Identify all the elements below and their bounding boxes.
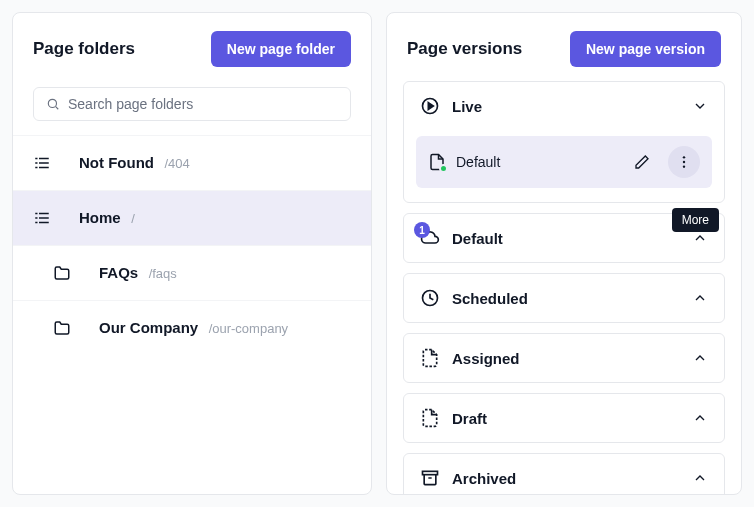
folder-path: /404 [164, 156, 189, 171]
search-icon [46, 97, 60, 111]
svg-point-16 [683, 156, 685, 158]
chevron-up-icon [692, 290, 708, 306]
folder-list: Not Found /404 Home / FAQs /faqs [13, 135, 371, 494]
document-icon [428, 153, 446, 171]
page-folders-panel: Page folders New page folder Not Found /… [12, 12, 372, 495]
section-label: Default [452, 230, 680, 247]
archive-icon [420, 468, 440, 488]
more-tooltip: More [672, 208, 719, 232]
document-dashed-icon [420, 348, 440, 368]
section-assigned-head[interactable]: Assigned [404, 334, 724, 382]
folder-label: Our Company [99, 319, 198, 336]
section-draft-head[interactable]: Draft [404, 394, 724, 442]
page-folders-title: Page folders [33, 39, 135, 59]
new-page-folder-button[interactable]: New page folder [211, 31, 351, 67]
section-live-head[interactable]: Live [404, 82, 724, 130]
search-input[interactable] [68, 96, 338, 112]
svg-rect-20 [423, 471, 438, 474]
chevron-up-icon [692, 350, 708, 366]
svg-rect-7 [39, 167, 49, 169]
svg-rect-11 [39, 217, 49, 219]
list-icon [33, 209, 51, 227]
svg-rect-10 [35, 217, 37, 219]
play-circle-icon [420, 96, 440, 116]
section-label: Assigned [452, 350, 680, 367]
svg-rect-13 [39, 222, 49, 224]
more-button[interactable] [668, 146, 700, 178]
section-label: Live [452, 98, 680, 115]
folder-row-faqs[interactable]: FAQs /faqs [13, 245, 371, 300]
page-versions-panel: Page versions New page version Live [386, 12, 742, 495]
section-label: Draft [452, 410, 680, 427]
svg-rect-9 [39, 213, 49, 215]
svg-marker-15 [428, 103, 433, 110]
svg-rect-5 [39, 162, 49, 164]
search-input-wrap[interactable] [33, 87, 351, 121]
svg-line-1 [56, 107, 59, 110]
section-label: Scheduled [452, 290, 680, 307]
svg-rect-12 [35, 222, 37, 224]
section-assigned: Assigned [403, 333, 725, 383]
svg-rect-2 [35, 158, 37, 160]
section-live: Live Default [403, 81, 725, 203]
folder-icon [53, 319, 71, 337]
chevron-up-icon [692, 230, 708, 246]
svg-rect-3 [39, 158, 49, 160]
page-versions-title: Page versions [407, 39, 522, 59]
chevron-up-icon [692, 410, 708, 426]
section-label: Archived [452, 470, 680, 487]
section-scheduled: Scheduled [403, 273, 725, 323]
folder-label: FAQs [99, 264, 138, 281]
folder-row-home[interactable]: Home / [13, 190, 371, 245]
document-dashed-icon [420, 408, 440, 428]
version-label: Default [456, 154, 616, 170]
svg-point-0 [48, 99, 56, 107]
svg-rect-8 [35, 213, 37, 215]
svg-rect-4 [35, 162, 37, 164]
folder-path: /faqs [149, 266, 177, 281]
svg-rect-6 [35, 167, 37, 169]
section-draft: Draft [403, 393, 725, 443]
svg-point-17 [683, 161, 685, 163]
version-row-default[interactable]: Default [416, 136, 712, 188]
folder-path: /our-company [209, 321, 288, 336]
clock-icon [420, 288, 440, 308]
folder-label: Home [79, 209, 121, 226]
svg-point-18 [683, 165, 685, 167]
folder-row-not-found[interactable]: Not Found /404 [13, 135, 371, 190]
edit-button[interactable] [626, 146, 658, 178]
folder-row-our-company[interactable]: Our Company /our-company [13, 300, 371, 355]
section-scheduled-head[interactable]: Scheduled [404, 274, 724, 322]
section-archived: Archived [403, 453, 725, 494]
folder-path: / [131, 211, 135, 226]
chevron-down-icon [692, 98, 708, 114]
list-icon [33, 154, 51, 172]
new-page-version-button[interactable]: New page version [570, 31, 721, 67]
chevron-up-icon [692, 470, 708, 486]
section-archived-head[interactable]: Archived [404, 454, 724, 494]
badge-count: 1 [414, 222, 430, 238]
folder-label: Not Found [79, 154, 154, 171]
folder-icon [53, 264, 71, 282]
